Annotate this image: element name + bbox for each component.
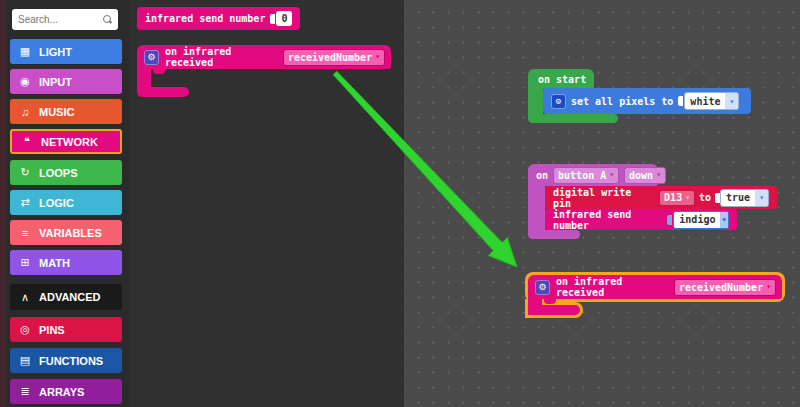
loop-arrow-icon: ↻ bbox=[18, 166, 32, 179]
received-number-dropdown[interactable]: receivedNumber ▾ bbox=[674, 279, 776, 296]
dropdown-value: button A bbox=[558, 170, 606, 181]
sidebar-item-label: MUSIC bbox=[39, 106, 74, 118]
function-lines-icon: ▤ bbox=[18, 354, 32, 367]
block-label: set all pixels to bbox=[571, 96, 673, 107]
chevron-up-icon: ∧ bbox=[18, 291, 32, 304]
dropdown-value: D13 bbox=[664, 192, 682, 203]
on-start-arm bbox=[528, 89, 543, 114]
on-start-foot bbox=[528, 114, 618, 123]
chevron-down-icon: ▾ bbox=[766, 283, 771, 291]
color-dropdown-indigo[interactable]: indigo ▾ bbox=[673, 211, 729, 229]
search-input[interactable] bbox=[18, 14, 103, 25]
calculator-icon: ⊞ bbox=[18, 256, 32, 269]
sidebar-item-label: PINS bbox=[39, 324, 65, 336]
sidebar-item-label: VARIABLES bbox=[39, 227, 102, 239]
gear-icon[interactable]: ⚙ bbox=[144, 50, 159, 65]
sidebar-item-math[interactable]: ⊞ MATH bbox=[10, 250, 122, 275]
chevron-down-icon: ▾ bbox=[755, 190, 768, 206]
headphones-icon: ♫ bbox=[18, 106, 32, 118]
block-set-all-pixels[interactable]: ⚙ set all pixels to white ▾ bbox=[543, 88, 751, 114]
gear-icon[interactable]: ⚙ bbox=[551, 94, 566, 109]
chevron-down-icon: ▾ bbox=[609, 171, 614, 179]
on-start-header[interactable]: on start bbox=[528, 69, 594, 89]
sidebar-item-music[interactable]: ♫ MUSIC bbox=[10, 99, 122, 124]
grid-icon: ▦ bbox=[18, 45, 32, 58]
received-number-dropdown[interactable]: receivedNumber ▾ bbox=[283, 49, 385, 66]
on-button-header[interactable]: on button A ▾ down ▾ bbox=[528, 164, 658, 186]
sidebar-item-input[interactable]: ◉ INPUT bbox=[10, 69, 122, 94]
sidebar-item-variables[interactable]: ≡ VARIABLES bbox=[10, 220, 122, 245]
sidebar-item-label: LIGHT bbox=[39, 46, 72, 58]
sidebar-item-loops[interactable]: ↻ LOOPS bbox=[10, 160, 122, 185]
chevron-down-icon: ▾ bbox=[725, 93, 738, 109]
block-editor: ▦ LIGHT ◉ INPUT ♫ MUSIC ❝ NETWORK ↻ LOOP… bbox=[0, 0, 800, 407]
sidebar-item-arrays[interactable]: ≣ ARRAYS bbox=[10, 379, 122, 404]
sidebar-item-label: LOOPS bbox=[39, 167, 78, 179]
event-block-foot bbox=[528, 305, 580, 315]
sidebar-item-advanced[interactable]: ∧ ADVANCED bbox=[10, 284, 122, 310]
color-dropdown-white[interactable]: white ▾ bbox=[684, 92, 739, 110]
dropdown-value: indigo bbox=[674, 214, 720, 225]
chevron-down-icon: ▾ bbox=[656, 171, 661, 179]
value-connector-nub bbox=[270, 14, 275, 24]
statement-notch bbox=[153, 69, 165, 74]
sidebar-item-pins[interactable]: ◎ PINS bbox=[10, 317, 122, 342]
list-icon: ≣ bbox=[18, 385, 32, 398]
value-connector-nub bbox=[667, 215, 672, 225]
block-label: digital write pin bbox=[553, 187, 655, 209]
event-block-header[interactable]: ⚙ on infrared received receivedNumber ▾ bbox=[137, 45, 391, 69]
event-block-foot bbox=[137, 87, 189, 97]
event-dropdown[interactable]: down ▾ bbox=[624, 167, 666, 184]
chevron-down-icon: ▾ bbox=[375, 53, 380, 61]
statement-notch bbox=[544, 299, 556, 304]
block-digital-write-pin[interactable]: digital write pin D13 ▾ to true ▾ bbox=[545, 186, 777, 209]
chevron-down-icon: ▾ bbox=[685, 194, 690, 202]
chevron-down-icon: ▾ bbox=[720, 212, 728, 228]
block-label: infrared send number bbox=[145, 13, 265, 24]
boolean-dropdown[interactable]: true ▾ bbox=[720, 189, 769, 207]
sidebar-item-label: MATH bbox=[39, 257, 70, 269]
dropdown-value: white bbox=[685, 96, 725, 107]
bars-icon: ≡ bbox=[18, 227, 32, 239]
dropdown-value: receivedNumber bbox=[679, 282, 763, 293]
sidebar-item-label: ADVANCED bbox=[39, 291, 101, 303]
toolbox-sidebar: ▦ LIGHT ◉ INPUT ♫ MUSIC ❝ NETWORK ↻ LOOP… bbox=[6, 0, 130, 407]
block-label: infrared send number bbox=[553, 209, 662, 231]
block-label: on start bbox=[538, 74, 586, 85]
target-icon: ◉ bbox=[18, 75, 32, 88]
event-block-arm bbox=[137, 69, 151, 87]
shuffle-icon: ⇄ bbox=[18, 196, 32, 209]
block-infrared-send-number[interactable]: infrared send number indigo ▾ bbox=[545, 209, 737, 230]
sidebar-item-label: NETWORK bbox=[41, 136, 98, 148]
dropdown-value: true bbox=[721, 192, 755, 203]
chat-bubbles-icon: ❝ bbox=[20, 135, 34, 148]
search-icon bbox=[103, 15, 112, 24]
search-box[interactable] bbox=[12, 9, 118, 30]
dropdown-value: receivedNumber bbox=[288, 52, 372, 63]
sidebar-item-label: FUNCTIONS bbox=[39, 355, 103, 367]
bullseye-icon: ◎ bbox=[18, 323, 32, 336]
event-block-header[interactable]: ⚙ on infrared received receivedNumber ▾ bbox=[528, 275, 782, 299]
flyout-block-infrared-send-number[interactable]: infrared send number 0 bbox=[137, 7, 300, 30]
sidebar-item-network[interactable]: ❝ NETWORK bbox=[10, 129, 122, 154]
number-value-field[interactable]: 0 bbox=[276, 11, 292, 26]
on-button-foot bbox=[528, 230, 580, 239]
sidebar-item-label: ARRAYS bbox=[39, 386, 84, 398]
sidebar-item-label: INPUT bbox=[39, 76, 72, 88]
dropdown-value: down bbox=[629, 170, 653, 181]
on-button-arm bbox=[528, 186, 545, 230]
value-connector-nub bbox=[678, 96, 683, 106]
block-label: on infrared received bbox=[165, 46, 277, 68]
gear-icon[interactable]: ⚙ bbox=[535, 280, 550, 295]
block-label: on infrared received bbox=[556, 276, 668, 298]
block-label: to bbox=[699, 192, 711, 203]
block-label: on bbox=[536, 170, 548, 181]
button-dropdown[interactable]: button A ▾ bbox=[553, 167, 619, 184]
sidebar-item-functions[interactable]: ▤ FUNCTIONS bbox=[10, 348, 122, 373]
sidebar-item-label: LOGIC bbox=[39, 197, 74, 209]
sidebar-item-logic[interactable]: ⇄ LOGIC bbox=[10, 190, 122, 215]
sidebar-item-light[interactable]: ▦ LIGHT bbox=[10, 39, 122, 64]
pin-dropdown[interactable]: D13 ▾ bbox=[659, 190, 695, 206]
